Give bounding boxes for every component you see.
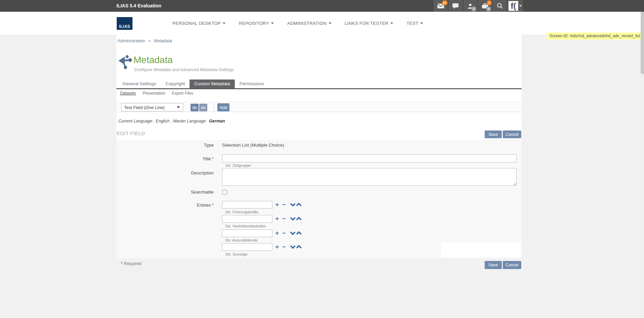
required-marker: * <box>212 203 214 208</box>
move-up-icon[interactable] <box>296 245 302 249</box>
tasks-badge-bottom: 0 <box>486 6 491 11</box>
tab-bar: General Settings Copyright Custom Metada… <box>116 80 522 89</box>
subtab-export-files[interactable]: Export Files <box>172 91 193 96</box>
lang-de-button[interactable]: de <box>191 104 199 111</box>
entries-label: Entries* <box>116 203 214 208</box>
chevron-down-icon <box>271 22 274 24</box>
entry-input-1[interactable] <box>222 215 272 223</box>
field-type-selected: Text Field (One Line) <box>124 105 165 110</box>
tab-copyright[interactable]: Copyright <box>161 80 190 88</box>
mail-button[interactable]: 12 <box>434 0 448 12</box>
entry-controls-3: + − <box>274 244 302 250</box>
subtab-presentation[interactable]: Presentation <box>143 91 165 96</box>
current-language-value: English <box>156 119 169 123</box>
save-button-bottom[interactable]: Save <box>485 261 502 269</box>
add-entry-icon[interactable]: + <box>274 216 280 221</box>
select-caret-icon <box>177 106 180 108</box>
subtab-datasets[interactable]: Datasets <box>120 91 136 96</box>
move-down-icon[interactable] <box>290 231 296 235</box>
tab-general-settings[interactable]: General Settings <box>118 80 161 88</box>
remove-entry-icon[interactable]: − <box>280 202 287 207</box>
menu-links-fuer-tester[interactable]: LINKS FÜR TESTER <box>345 21 393 26</box>
menu-test[interactable]: TEST <box>407 21 423 26</box>
entry-input-0[interactable] <box>222 201 272 209</box>
tasks-badge-top: 1 <box>487 0 492 5</box>
move-down-icon[interactable] <box>290 202 296 207</box>
toolbar-divider <box>214 102 214 112</box>
app-title: ILIAS 5.4 Evaluation <box>116 0 161 12</box>
topbar-icon-group: 12 2 1 0 <box>434 0 523 12</box>
tab-custom-metadata[interactable]: Custom Metadata <box>190 80 235 88</box>
entry-input-3[interactable] <box>222 243 272 251</box>
required-marker: * <box>212 156 214 161</box>
ilias-logo[interactable]: ILIAS <box>117 17 132 30</box>
current-language-label: Current Language: <box>118 119 153 123</box>
add-entry-icon[interactable]: + <box>274 230 280 236</box>
main-navbar: ILIAS PERSONAL DESKTOP REPOSITORY ADMINI… <box>0 12 644 35</box>
move-down-icon[interactable] <box>290 245 296 249</box>
entry-controls-0: + − <box>274 202 302 207</box>
chat-icon <box>452 3 459 9</box>
main-menu: PERSONAL DESKTOP REPOSITORY ADMINISTRATI… <box>172 12 423 35</box>
save-button-top[interactable]: Save <box>485 130 502 138</box>
searchable-checkbox[interactable] <box>222 190 227 195</box>
description-textarea[interactable] <box>222 168 517 186</box>
move-down-icon[interactable] <box>290 216 296 221</box>
user-menu-button[interactable]: f( <box>507 0 523 12</box>
contacts-badge: 2 <box>471 6 476 11</box>
mail-badge: 12 <box>442 0 447 5</box>
breadcrumb-administration[interactable]: Administration <box>117 38 145 43</box>
scrollbar-thumb[interactable] <box>641 12 644 74</box>
field-type-select[interactable]: Text Field (One Line) <box>121 103 183 111</box>
add-entry-icon[interactable]: + <box>274 244 280 250</box>
add-button[interactable]: Add <box>217 103 229 111</box>
entry-controls-2: + − <box>274 230 302 236</box>
description-label: Description <box>116 170 214 175</box>
form-empty-area <box>441 243 521 257</box>
breadcrumb-separator: » <box>148 38 151 43</box>
chevron-down-icon <box>390 22 393 24</box>
move-up-icon[interactable] <box>296 202 302 207</box>
menu-personal-desktop[interactable]: PERSONAL DESKTOP <box>172 21 225 26</box>
master-language-value: German <box>209 119 225 123</box>
contacts-button[interactable]: 2 <box>463 0 477 12</box>
required-marker: * <box>121 261 122 266</box>
entry-hint-0: De: Führungskräfte <box>225 210 258 214</box>
add-entry-icon[interactable]: + <box>274 202 280 207</box>
page-subtitle: Configure Metadata and Advanced Metadata… <box>134 67 234 72</box>
avatar: f( <box>508 1 518 11</box>
searchable-label: Searchable <box>116 190 214 195</box>
type-value: Selection List (Multiple Choice) <box>222 143 284 148</box>
scrollbar-track[interactable] <box>641 12 644 318</box>
remove-entry-icon[interactable]: − <box>280 216 287 221</box>
creation-toolbar: Text Field (One Line) de en Add <box>116 102 522 112</box>
search-icon <box>497 3 503 9</box>
chevron-down-icon <box>519 5 522 7</box>
cancel-button-bottom[interactable]: Cancel <box>503 261 521 269</box>
tab-permissions[interactable]: Permissions <box>235 80 269 88</box>
page-title: Metadata <box>133 55 173 65</box>
remove-entry-icon[interactable]: − <box>280 230 287 236</box>
master-language-label: Master Language: <box>173 119 207 123</box>
tasks-button[interactable]: 1 0 <box>478 0 492 12</box>
entry-input-2[interactable] <box>222 229 272 237</box>
menu-repository[interactable]: REPOSITORY <box>239 21 274 26</box>
breadcrumb-metadata[interactable]: Metadata <box>154 38 172 43</box>
title-input[interactable] <box>222 154 517 162</box>
metadata-icon <box>118 55 133 70</box>
chevron-down-icon <box>420 22 423 24</box>
chat-button[interactable] <box>448 0 463 12</box>
move-up-icon[interactable] <box>296 231 302 235</box>
lang-en-button[interactable]: en <box>199 104 207 111</box>
edit-field-heading: EDIT FIELD <box>117 130 145 136</box>
remove-entry-icon[interactable]: − <box>280 244 287 250</box>
entry-hint-3: De: Sonstige <box>225 252 248 256</box>
move-up-icon[interactable] <box>296 216 302 221</box>
breadcrumb: Administration » Metadata <box>117 38 172 43</box>
title-hint: De: Zielgruppe <box>225 163 251 167</box>
menu-administration[interactable]: ADMINISTRATION <box>287 21 331 26</box>
language-info: Current Language: English , Master Langu… <box>118 119 225 123</box>
cancel-button-top[interactable]: Cancel <box>503 130 521 138</box>
search-button[interactable] <box>493 0 507 12</box>
chevron-down-icon <box>223 22 225 24</box>
